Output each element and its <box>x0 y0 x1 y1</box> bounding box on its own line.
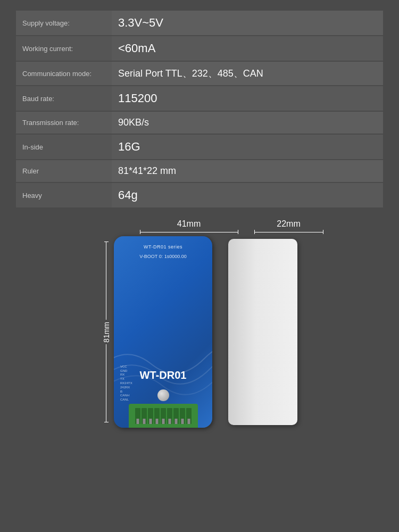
spec-value-5: 16G <box>112 134 383 160</box>
spec-row-1: Working current:<60mA <box>16 36 383 61</box>
pin-9 <box>186 408 192 424</box>
spec-row-2: Communication mode:Serial Port TTL、232、4… <box>16 61 383 86</box>
spec-row-3: Baud rate:115200 <box>16 86 383 111</box>
spec-value-6: 81*41*22 mm <box>112 160 383 182</box>
pin-7 <box>173 408 179 424</box>
spec-value-1: <60mA <box>112 36 383 61</box>
dim-22-label: 22mm <box>277 219 300 228</box>
page-wrapper: Supply voltage:3.3V~5VWorking current:<6… <box>0 0 399 532</box>
pin-1 <box>135 408 140 424</box>
devices-container: WT-DR01 series V-BOOT 0: 1s0000.00 WT-DR… <box>114 236 297 428</box>
spec-value-0: 3.3V~5V <box>112 11 383 36</box>
spec-row-6: Ruler81*41*22 mm <box>16 160 383 182</box>
specs-table: Supply voltage:3.3V~5VWorking current:<6… <box>16 11 383 209</box>
pin-2 <box>142 408 147 424</box>
spec-label-5: In-side <box>16 134 112 160</box>
device-text-top: WT-DR01 series <box>144 244 182 250</box>
spec-row-4: Transmission rate:90KB/s <box>16 111 383 134</box>
pin-5 <box>161 408 166 424</box>
device-model: WT-DR01 <box>140 369 187 381</box>
spec-value-7: 64g <box>112 182 383 208</box>
dim-81-label: 81mm <box>102 322 111 343</box>
pin-label-text: VCCGNDRXTXRX24TX242RXBCANHCANL <box>120 365 132 402</box>
device-text-mid: V-BOOT 0: 1s0000.00 <box>139 254 186 259</box>
spec-row-7: Heavy64g <box>16 182 383 208</box>
pin-8 <box>180 408 185 424</box>
spec-value-3: 115200 <box>112 86 383 111</box>
spec-label-1: Working current: <box>16 36 112 61</box>
spec-label-6: Ruler <box>16 160 112 182</box>
device-side <box>228 239 297 425</box>
spec-value-4: 90KB/s <box>112 111 383 134</box>
pin-3 <box>148 408 153 424</box>
dim-41-label: 41mm <box>177 219 201 228</box>
spec-label-2: Communication mode: <box>16 61 112 86</box>
spec-label-4: Transmission rate: <box>16 111 112 134</box>
spec-value-2: Serial Port TTL、232、485、CAN <box>112 61 383 86</box>
pin-4 <box>154 408 160 424</box>
spec-row-0: Supply voltage:3.3V~5V <box>16 11 383 36</box>
spec-label-3: Baud rate: <box>16 86 112 111</box>
device-connector <box>129 404 198 428</box>
device-button <box>157 389 169 401</box>
device-front: WT-DR01 series V-BOOT 0: 1s0000.00 WT-DR… <box>114 236 212 428</box>
diagram-section: 41mm 22mm <box>16 219 383 428</box>
spec-label-0: Supply voltage: <box>16 11 112 36</box>
pin-6 <box>167 408 172 424</box>
spec-row-5: In-side16G <box>16 134 383 160</box>
spec-label-7: Heavy <box>16 182 112 208</box>
